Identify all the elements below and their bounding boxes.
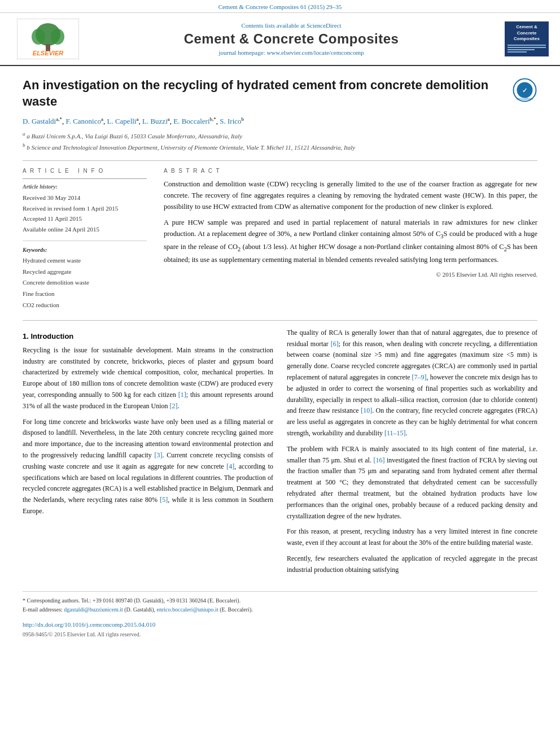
divider-2 xyxy=(23,320,537,321)
journal-center-info: Contents lists available at ScienceDirec… xyxy=(85,22,498,56)
copyright-line: © 2015 Elsevier Ltd. All rights reserved… xyxy=(164,270,537,280)
right-p4: Recently, few researchers evaluated the … xyxy=(287,553,537,576)
crossmark-icon: ✓ CrossMark xyxy=(512,77,537,103)
abstract-p1: Construction and demolition waste (CDW) … xyxy=(164,178,537,212)
divider-1 xyxy=(23,160,537,161)
kw-4: Fine fraction xyxy=(23,289,147,300)
svg-text:CrossMark: CrossMark xyxy=(517,97,533,101)
issn-text: 0958-9465/© 2015 Elsevier Ltd. All right… xyxy=(23,630,537,639)
journal-title: Cement & Concrete Composites xyxy=(85,31,498,47)
kw-5: CO2 reduction xyxy=(23,300,147,311)
article-content: An investigation on the recycling of hyd… xyxy=(0,66,560,650)
body-left: 1. Introduction Recycling is the issue f… xyxy=(23,327,273,580)
article-info-col: A R T I C L E I N F O Article history: R… xyxy=(23,168,147,311)
footnote-corresponding: * Corresponding authors. Tel.: +39 0161 … xyxy=(23,596,537,605)
keywords-label: Keywords: xyxy=(23,247,147,253)
svg-text:✓: ✓ xyxy=(522,87,527,94)
svg-point-3 xyxy=(51,29,64,45)
author-buzzi: L. Buzzi xyxy=(142,117,168,126)
journal-header: ELSEVIER Contents lists available at Sci… xyxy=(0,13,560,66)
svg-text:ELSEVIER: ELSEVIER xyxy=(33,50,63,56)
affiliation-a: a a Buzzi Unicem S.p.A., Via Luigi Buzzi… xyxy=(23,130,537,141)
kw-2: Recycled aggregate xyxy=(23,267,147,278)
affiliations: a a Buzzi Unicem S.p.A., Via Luigi Buzzi… xyxy=(23,130,537,153)
authors: D. Gastaldia,*, F. Canonicoa, L. Capelli… xyxy=(23,116,537,126)
date-revised: Received in revised form 1 April 2015 xyxy=(23,203,147,214)
kw-1: Hydrated cement waste xyxy=(23,255,147,267)
elsevier-logo-left: ELSEVIER xyxy=(11,19,85,59)
keywords-list: Hydrated cement waste Recycled aggregate… xyxy=(23,255,147,311)
author-gastaldi: D. Gastaldi xyxy=(23,117,56,126)
article-dates: Received 30 May 2014 Received in revised… xyxy=(23,193,147,235)
article-info-heading: A R T I C L E I N F O xyxy=(23,168,147,174)
abstract-heading: A B S T R A C T xyxy=(164,168,537,174)
abstract-p2: A pure HCW sample was prepared and used … xyxy=(164,217,537,265)
available-text: Contents lists available at ScienceDirec… xyxy=(85,22,498,29)
intro-p1: Recycling is the issue for sustainable d… xyxy=(23,345,273,412)
body-columns: 1. Introduction Recycling is the issue f… xyxy=(23,327,537,580)
doi-section: http://dx.doi.org/10.1016/j.cemconcomp.2… xyxy=(23,620,537,630)
intro-title: 1. Introduction xyxy=(23,332,273,340)
affiliation-b: b b Science and Technological Innovation… xyxy=(23,141,537,152)
abstract-text: Construction and demolition waste (CDW) … xyxy=(164,178,537,280)
footnote-email: E-mail addresses: dgastaldi@buzziunicem.… xyxy=(23,605,537,614)
right-p1: The quality of RCA is generally lower th… xyxy=(287,327,537,439)
crossmark: ✓ CrossMark xyxy=(512,77,537,105)
cement-composite-logo: Cement &ConcreteComposites xyxy=(505,21,549,56)
svg-point-2 xyxy=(32,29,45,45)
date-online: Available online 24 April 2015 xyxy=(23,224,147,235)
intro-p2: For long time concrete and brickworks wa… xyxy=(23,417,273,517)
body-right: The quality of RCA is generally lower th… xyxy=(287,327,537,580)
author-irico: S. Irico xyxy=(220,117,241,126)
right-p3: For this reason, at present, recycling i… xyxy=(287,526,537,549)
top-bar: Cement & Concrete Composites 61 (2015) 2… xyxy=(0,0,560,13)
author-boccaleri: E. Boccaleri xyxy=(173,117,209,126)
author-capelli: L. Capelli xyxy=(107,117,136,126)
date-accepted: Accepted 11 April 2015 xyxy=(23,213,147,224)
right-p2: The problem with FCRA is mainly associat… xyxy=(287,444,537,522)
kw-3: Concrete demolition waste xyxy=(23,277,147,289)
journal-homepage: journal homepage: www.elsevier.com/locat… xyxy=(85,49,498,56)
journal-citation: Cement & Concrete Composites 61 (2015) 2… xyxy=(218,3,342,10)
elsevier-tree-icon: ELSEVIER xyxy=(17,19,79,59)
intro-text: Recycling is the issue for sustainable d… xyxy=(23,345,273,517)
article-info-abstract: A R T I C L E I N F O Article history: R… xyxy=(23,168,537,311)
author-canonico: F. Canonico xyxy=(65,117,101,126)
footnotes: * Corresponding authors. Tel.: +39 0161 … xyxy=(23,591,537,639)
article-title-section: An investigation on the recycling of hyd… xyxy=(23,77,537,110)
article-title: An investigation on the recycling of hyd… xyxy=(23,77,504,110)
journal-logo-right: Cement &ConcreteComposites xyxy=(498,21,549,56)
date-received: Received 30 May 2014 xyxy=(23,193,147,203)
abstract-col: A B S T R A C T Construction and demolit… xyxy=(164,168,537,311)
article-history-label: Article history: xyxy=(23,184,147,190)
right-col-text: The quality of RCA is generally lower th… xyxy=(287,327,537,576)
